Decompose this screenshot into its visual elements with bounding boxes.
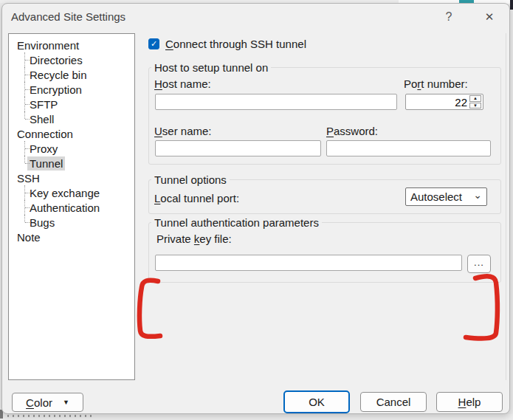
sidebar-item-recycle-bin[interactable]: Recycle bin: [9, 67, 134, 82]
port-number-label: Port number:: [404, 78, 468, 90]
group-tunnel-authentication-parameters: Tunnel authentication parameters Private…: [148, 222, 501, 283]
sidebar-item-tunnel[interactable]: Tunnel: [9, 156, 134, 171]
ellipsis-icon: ...: [474, 257, 484, 268]
spin-up-button[interactable]: ▲: [469, 95, 481, 102]
group-title: Tunnel options: [151, 173, 230, 186]
help-button-label: Help: [458, 396, 481, 408]
sidebar-item-bugs[interactable]: Bugs: [9, 215, 134, 230]
group-host-to-setup-tunnel-on: Host to setup tunnel on Host name: Port …: [148, 67, 501, 165]
screen: Advanced Site Settings ? ✕ EnvironmentDi…: [0, 0, 513, 420]
ok-button-label: OK: [309, 396, 325, 408]
question-icon: ?: [446, 10, 452, 24]
group-tunnel-options: Tunnel options Local tunnel port: Autose…: [148, 179, 501, 214]
browse-button[interactable]: ...: [467, 255, 491, 273]
spin-up-icon: ▲: [473, 96, 478, 100]
spin-down-button[interactable]: ▼: [469, 103, 481, 109]
sidebar-item-label: Bugs: [27, 216, 57, 230]
spin-buttons: ▲ ▼: [469, 95, 481, 109]
host-name-label: Host name:: [154, 78, 211, 90]
private-key-file-input[interactable]: [155, 255, 462, 271]
sidebar-item-note[interactable]: Note: [9, 230, 134, 244]
background-dark-fragment-top-right: [510, 0, 513, 10]
sidebar-item-label: Recycle bin: [27, 68, 89, 82]
sidebar-item-label: Connection: [15, 127, 75, 141]
sidebar-item-label: Shell: [27, 112, 56, 126]
password-label: Password:: [326, 125, 378, 137]
sidebar-item-ssh[interactable]: SSH: [9, 171, 134, 185]
titlebar-close-button[interactable]: ✕: [481, 8, 498, 26]
local-tunnel-port-label: Local tunnel port:: [154, 192, 239, 204]
sidebar-item-connection[interactable]: Connection: [9, 126, 134, 141]
port-number-spinner: ▲ ▼: [405, 94, 483, 110]
user-name-input[interactable]: [155, 140, 321, 156]
ok-button[interactable]: OK: [283, 390, 350, 413]
sidebar-item-label: SFTP: [27, 97, 60, 111]
titlebar[interactable]: Advanced Site Settings ? ✕: [2, 4, 509, 30]
color-button[interactable]: Color ▼: [12, 393, 83, 412]
sidebar-item-shell[interactable]: Shell: [9, 111, 134, 126]
sidebar-item-label: Key exchange: [27, 186, 102, 200]
advanced-site-settings-dialog: Advanced Site Settings ? ✕ EnvironmentDi…: [1, 3, 510, 414]
sidebar-item-label: SSH: [15, 171, 42, 185]
private-key-file-label: Private key file:: [156, 233, 232, 245]
sidebar-item-label: Directories: [27, 53, 85, 67]
sidebar-item-label: Encryption: [27, 83, 84, 97]
user-name-label: User name:: [154, 125, 212, 137]
spin-down-icon: ▼: [473, 103, 478, 108]
sidebar-item-sftp[interactable]: SFTP: [9, 97, 134, 111]
help-button[interactable]: Help: [436, 392, 503, 412]
connect-through-ssh-tunnel-label[interactable]: Connect through SSH tunnel: [165, 38, 306, 50]
chevron-down-icon: ⌄: [473, 189, 482, 201]
cancel-button-label: Cancel: [376, 396, 411, 408]
content-right-edge-line: [506, 33, 506, 380]
cancel-button[interactable]: Cancel: [360, 392, 427, 412]
dialog-title: Advanced Site Settings: [11, 10, 125, 23]
sidebar-item-label: Note: [15, 230, 43, 244]
sidebar-item-proxy[interactable]: Proxy: [9, 141, 134, 156]
background-window-fragment-bottom-ticks: [7, 415, 94, 417]
sidebar-item-label: Environment: [15, 38, 81, 52]
password-input[interactable]: [326, 140, 491, 156]
sidebar-item-label: Tunnel: [27, 156, 65, 171]
dropdown-arrow-icon: ▼: [63, 399, 69, 406]
sidebar-item-environment[interactable]: Environment: [9, 38, 134, 52]
sidebar-item-authentication[interactable]: Authentication: [9, 200, 134, 215]
sidebar-item-label: Authentication: [27, 201, 102, 215]
host-name-input[interactable]: [155, 94, 397, 110]
check-icon: ✓: [151, 40, 157, 48]
sidebar-item-key-exchange[interactable]: Key exchange: [9, 185, 134, 200]
connect-through-ssh-tunnel-checkbox[interactable]: ✓: [148, 38, 159, 49]
local-tunnel-port-select[interactable]: Autoselect ⌄: [405, 187, 487, 206]
selected-option: Autoselect: [410, 190, 462, 203]
group-title: Host to setup tunnel on: [151, 61, 271, 74]
sidebar-item-label: Proxy: [27, 142, 60, 156]
color-button-label: Color: [26, 396, 52, 409]
group-title: Tunnel authentication parameters: [151, 216, 322, 229]
sidebar-item-encryption[interactable]: Encryption: [9, 82, 134, 97]
sidebar-item-directories[interactable]: Directories: [9, 52, 134, 67]
close-icon: ✕: [485, 10, 495, 24]
titlebar-help-button[interactable]: ?: [440, 8, 458, 26]
settings-tree: EnvironmentDirectoriesRecycle binEncrypt…: [8, 33, 135, 380]
